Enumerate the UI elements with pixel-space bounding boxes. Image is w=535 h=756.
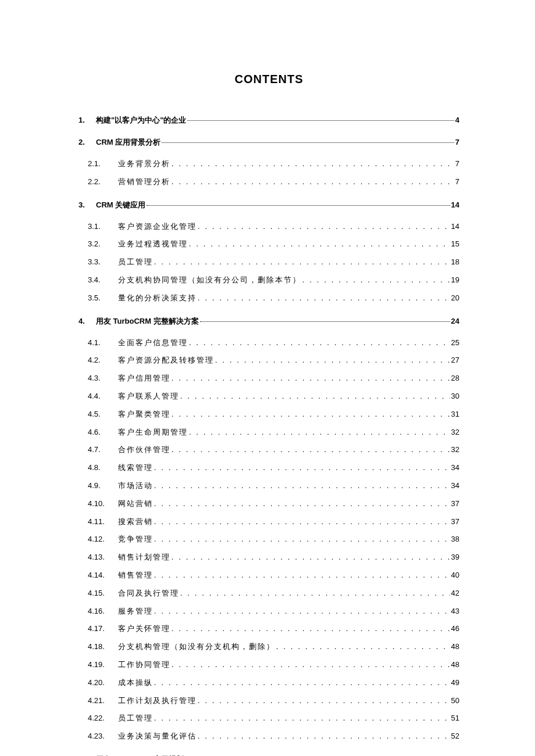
toc-number: 2. (79, 138, 96, 146)
toc-number: 4.1. (88, 337, 118, 349)
toc-number: 4.17. (88, 623, 118, 635)
toc-entry-l2[interactable]: 4.18.分支机构管理（如没有分支机构，删除）. . . . . . . . .… (88, 641, 459, 653)
toc-entry-l2[interactable]: 4.17.客户关怀管理. . . . . . . . . . . . . . .… (88, 623, 459, 635)
toc-page-number: 34 (451, 480, 459, 492)
toc-leader-dots: . . . . . . . . . . . . . . . . . . . . … (189, 337, 450, 349)
toc-leader-dots: . . . . . . . . . . . . . . . . . . . . … (189, 238, 450, 250)
toc-leader-dots: . . . . . . . . . . . . . . . . . . . . … (154, 516, 450, 528)
toc-title: 全面客户信息管理 (118, 337, 188, 349)
toc-title: 业务背景分析 (118, 158, 170, 170)
toc-number: 4. (79, 317, 96, 325)
toc-leader-dots: . . . . . . . . . . . . . . . . . . . . … (154, 480, 450, 492)
toc-entry-l1[interactable]: 4.用友 TurboCRM 完整解决方案24 (79, 316, 459, 327)
toc-page-number: 48 (451, 659, 459, 671)
toc-entry-l2[interactable]: 2.2.营销管理分析. . . . . . . . . . . . . . . … (88, 176, 459, 188)
toc-leader-dots: . . . . . . . . . . . . . . . . . . . . … (172, 659, 450, 671)
toc-entry-l2[interactable]: 4.6.客户生命周期管理. . . . . . . . . . . . . . … (88, 427, 459, 439)
toc-entry-l2[interactable]: 4.3.客户信用管理. . . . . . . . . . . . . . . … (88, 372, 459, 385)
toc-entry-l1[interactable]: 3.CRM 关键应用14 (79, 200, 459, 210)
toc-title: 销售计划管理 (118, 551, 170, 564)
toc-title: 合同及执行管理 (118, 587, 179, 600)
toc-entry-l2[interactable]: 4.21.工作计划及执行管理. . . . . . . . . . . . . … (88, 695, 459, 707)
toc-leader-dots (187, 115, 454, 123)
toc-entry-l2[interactable]: 4.20.成本操纵. . . . . . . . . . . . . . . .… (88, 677, 459, 689)
toc-title: 业务决策与量化评估 (118, 730, 197, 743)
toc-leader-dots: . . . . . . . . . . . . . . . . . . . . … (154, 462, 450, 474)
toc-entry-l2[interactable]: 4.8.线索管理. . . . . . . . . . . . . . . . … (88, 462, 459, 474)
toc-entry-l2[interactable]: 3.5.量化的分析决策支持. . . . . . . . . . . . . .… (88, 292, 459, 304)
toc-entry-l1[interactable]: 1.构建"以客户为中心"的企业4 (79, 115, 459, 126)
toc-page-number: 7 (455, 158, 459, 170)
toc-title: 客户信用管理 (118, 372, 170, 385)
toc-entry-l2[interactable]: 3.4.分支机构协同管理（如没有分公司，删除本节）. . . . . . . .… (88, 274, 459, 286)
toc-leader-dots: . . . . . . . . . . . . . . . . . . . . … (154, 677, 450, 689)
toc-leader-dots: . . . . . . . . . . . . . . . . . . . . … (189, 427, 450, 439)
toc-page-number: 51 (451, 712, 459, 725)
toc-title: 用友 TurboCRM 完整解决方案 (96, 316, 199, 327)
toc-entry-l2[interactable]: 4.2.客户资源分配及转移管理. . . . . . . . . . . . .… (88, 354, 459, 367)
toc-title: 客户生命周期管理 (118, 427, 188, 439)
toc-number: 4.22. (88, 712, 118, 725)
toc-title: 员工管理 (118, 256, 153, 268)
toc-title: 客户关怀管理 (118, 623, 170, 635)
toc-entry-l2[interactable]: 4.1.全面客户信息管理. . . . . . . . . . . . . . … (88, 337, 459, 349)
toc-entry-l2[interactable]: 4.13.销售计划管理. . . . . . . . . . . . . . .… (88, 551, 459, 564)
toc-page-number: 18 (451, 256, 459, 268)
toc-entry-l2[interactable]: 4.19.工作协同管理. . . . . . . . . . . . . . .… (88, 659, 459, 671)
toc-leader-dots: . . . . . . . . . . . . . . . . . . . . … (172, 623, 450, 635)
toc-number: 4.16. (88, 605, 118, 618)
toc-entry-l2[interactable]: 3.1.客户资源企业化管理. . . . . . . . . . . . . .… (88, 221, 459, 233)
toc-entry-l2[interactable]: 4.23.业务决策与量化评估. . . . . . . . . . . . . … (88, 730, 459, 743)
toc-title: 营销管理分析 (118, 176, 170, 188)
toc-title: 客户资源企业化管理 (118, 221, 197, 233)
toc-leader-dots: . . . . . . . . . . . . . . . . . . . . … (276, 641, 450, 653)
toc-entry-l1[interactable]: 2.CRM 应用背景分析7 (79, 137, 459, 148)
toc-entry-l2[interactable]: 2.1.业务背景分析. . . . . . . . . . . . . . . … (88, 158, 459, 170)
toc-number: 1. (79, 116, 96, 124)
toc-entry-l2[interactable]: 4.5.客户聚类管理. . . . . . . . . . . . . . . … (88, 409, 459, 421)
toc-entry-l2[interactable]: 4.14.销售管理. . . . . . . . . . . . . . . .… (88, 569, 459, 582)
toc-number: 4.23. (88, 730, 118, 743)
toc-page-number: 38 (451, 533, 459, 546)
toc-title: CRM 关键应用 (96, 200, 145, 210)
toc-number: 4.2. (88, 354, 118, 367)
toc-entry-l2[interactable]: 4.22.员工管理. . . . . . . . . . . . . . . .… (88, 712, 459, 725)
toc-number: 4.13. (88, 551, 118, 564)
toc-entry-l2[interactable]: 4.12.竞争管理. . . . . . . . . . . . . . . .… (88, 533, 459, 546)
toc-page-number: 43 (451, 605, 459, 618)
toc-number: 3.2. (88, 238, 118, 250)
toc-page-number: 28 (451, 372, 459, 385)
toc-number: 2.2. (88, 176, 118, 188)
toc-entry-l2[interactable]: 4.4.客户联系人管理. . . . . . . . . . . . . . .… (88, 390, 459, 403)
toc-leader-dots: . . . . . . . . . . . . . . . . . . . . … (172, 176, 454, 188)
toc-title: 成本操纵 (118, 677, 153, 689)
page-title: CONTENTS (79, 73, 459, 86)
toc-page-number: 37 (451, 516, 459, 528)
toc-list: 1.构建"以客户为中心"的企业42.CRM 应用背景分析72.1.业务背景分析.… (79, 115, 459, 756)
toc-leader-dots: . . . . . . . . . . . . . . . . . . . . … (198, 221, 450, 233)
toc-number: 4.3. (88, 372, 118, 385)
toc-entry-l2[interactable]: 4.10.网站营销. . . . . . . . . . . . . . . .… (88, 498, 459, 510)
toc-entry-l2[interactable]: 4.11.搜索营销. . . . . . . . . . . . . . . .… (88, 516, 459, 528)
toc-entry-l2[interactable]: 3.2.业务过程透视管理. . . . . . . . . . . . . . … (88, 238, 459, 250)
toc-title: 量化的分析决策支持 (118, 292, 197, 304)
toc-number: 4.15. (88, 587, 118, 600)
toc-title: 线索管理 (118, 462, 153, 474)
toc-number: 4.9. (88, 480, 118, 492)
toc-number: 4.12. (88, 533, 118, 546)
toc-page-number: 7 (455, 176, 459, 188)
toc-entry-l2[interactable]: 4.9.市场活动. . . . . . . . . . . . . . . . … (88, 480, 459, 492)
toc-page-number: 15 (451, 238, 459, 250)
toc-number: 3.4. (88, 274, 118, 286)
toc-page-number: 39 (451, 551, 459, 564)
toc-number: 4.18. (88, 641, 118, 653)
toc-entry-l2[interactable]: 4.7.合作伙伴管理. . . . . . . . . . . . . . . … (88, 444, 459, 456)
toc-entry-l2[interactable]: 4.15.合同及执行管理. . . . . . . . . . . . . . … (88, 587, 459, 600)
toc-page-number: 46 (451, 623, 459, 635)
toc-leader-dots: . . . . . . . . . . . . . . . . . . . . … (172, 551, 450, 564)
toc-title: 合作伙伴管理 (118, 444, 170, 456)
toc-entry-l2[interactable]: 4.16.服务管理. . . . . . . . . . . . . . . .… (88, 605, 459, 618)
toc-page-number: 34 (451, 462, 459, 474)
toc-leader-dots: . . . . . . . . . . . . . . . . . . . . … (154, 256, 450, 268)
toc-entry-l2[interactable]: 3.3.员工管理. . . . . . . . . . . . . . . . … (88, 256, 459, 268)
